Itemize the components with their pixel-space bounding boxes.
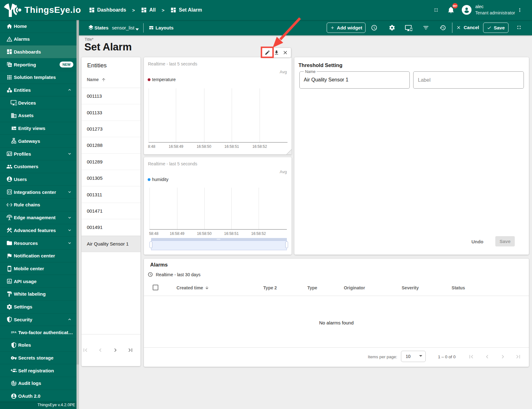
entity-row-001305[interactable]: 001305 <box>82 170 140 186</box>
sidebar-item-dashboards[interactable]: Dashboards <box>0 45 76 58</box>
fullscreen-icon[interactable] <box>434 8 439 13</box>
sidebar-item-label: API usage <box>14 279 37 284</box>
entities-paginator-last-page-icon[interactable] <box>127 347 134 354</box>
solution-templates-icon <box>6 74 13 80</box>
sidebar-item-home[interactable]: Home <box>0 20 76 33</box>
entity-row-air-quality-sensor-1[interactable]: Air Quality Sensor 1 <box>82 236 140 252</box>
entity-row-001133[interactable]: 001133 <box>82 104 140 121</box>
sidebar-item-entities[interactable]: Entities <box>0 84 76 97</box>
name-field[interactable]: Name Air Quality Sensor 1 <box>299 71 410 89</box>
sidebar-item-secrets-storage[interactable]: Secrets storage <box>0 352 76 365</box>
humidity-legend[interactable]: humidity <box>148 177 168 182</box>
alarms-column-status[interactable]: Status <box>452 285 465 290</box>
sidebar-item-security[interactable]: Security <box>0 313 76 326</box>
edge-management-icon <box>6 215 13 221</box>
range-slider-window[interactable] <box>151 241 287 250</box>
sidebar-item-alarms[interactable]: Alarms <box>0 33 76 46</box>
sidebar-item-label: Integrations center <box>14 189 56 195</box>
version-history-icon[interactable] <box>440 24 446 31</box>
add-widget-button[interactable]: Add widget <box>327 23 366 33</box>
sidebar-item-devices[interactable]: Devices <box>0 96 76 109</box>
entity-aliases-icon[interactable] <box>405 24 412 32</box>
sidebar-item-entity-views[interactable]: Entity views <box>0 122 76 135</box>
alarms-column-severity[interactable]: Severity <box>402 285 419 290</box>
entities-name-column-header[interactable]: Name <box>87 77 106 82</box>
reporting-icon <box>6 61 13 68</box>
sidebar-item-reporting[interactable]: ReportingNEW <box>0 58 76 71</box>
temperature-legend-label: temperature <box>152 77 176 82</box>
alarms-column-type-2[interactable]: Type 2 <box>263 285 277 290</box>
dashboard-settings-gear-icon[interactable] <box>389 24 395 31</box>
alarms-timewindow-text: Realtime - last 30 days <box>156 272 200 277</box>
user-info[interactable]: alec Tenant administrator <box>475 4 515 16</box>
sidebar-item-resources[interactable]: Resources <box>0 237 76 250</box>
sidebar-item-roles[interactable]: Roles <box>0 339 76 352</box>
alarms-column-originator[interactable]: Originator <box>344 285 365 290</box>
entity-row-001273[interactable]: 001273 <box>82 121 140 137</box>
sidebar-item-gateways[interactable]: Gateways <box>0 135 76 148</box>
sidebar-item-edge-management[interactable]: Edge management <box>0 211 76 224</box>
security-icon <box>6 316 13 323</box>
entity-row-001491[interactable]: 001491 <box>82 219 140 236</box>
sidebar-item-audit-logs[interactable]: Audit logs <box>0 377 76 390</box>
sidebar-item-api-usage[interactable]: API usage <box>0 275 76 288</box>
more-menu-kebab-icon[interactable] <box>517 7 523 13</box>
entity-row-001289[interactable]: 001289 <box>82 154 140 170</box>
cancel-x-icon <box>456 25 461 30</box>
advanced-features-icon <box>6 227 13 233</box>
sidebar-item-users[interactable]: Users <box>0 173 76 186</box>
sidebar-item-white-labeling[interactable]: White labeling <box>0 288 76 301</box>
layouts-icon <box>149 25 154 30</box>
avatar[interactable] <box>462 5 471 15</box>
remove-widget-close-icon[interactable] <box>282 50 288 55</box>
state-select-value[interactable]: sensor_list <box>112 25 134 30</box>
sidebar-item-assets[interactable]: Assets <box>0 109 76 122</box>
chart-gridline <box>259 188 259 229</box>
alarms-column-type[interactable]: Type <box>307 285 317 290</box>
sidebar-item-solution-templates[interactable]: Solution templates <box>0 71 76 84</box>
sidebar-item-mobile-center[interactable]: Mobile center <box>0 262 76 275</box>
save-button[interactable]: Save <box>483 23 508 33</box>
alarms-column-created-time[interactable]: Created time <box>176 285 209 290</box>
entity-row-001471[interactable]: 001471 <box>82 203 140 219</box>
range-slider-grip-icon[interactable] <box>217 239 221 240</box>
range-slider-right-handle[interactable] <box>285 241 288 248</box>
threshold-save-button[interactable]: Save <box>495 236 515 246</box>
sidebar-item-customers[interactable]: Customers <box>0 160 76 173</box>
sidebar-item-two-factor-authentication[interactable]: 2FATwo-factor authentication <box>0 326 76 339</box>
entities-paginator-chevron-right-icon[interactable] <box>112 347 119 354</box>
cancel-button[interactable]: Cancel <box>456 25 479 30</box>
items-per-page-select[interactable]: 10 <box>401 351 426 362</box>
sidebar-item-notification-center[interactable]: Notification center <box>0 250 76 262</box>
filters-icon[interactable] <box>423 24 429 31</box>
sidebar-scrollbar-thumb[interactable] <box>76 20 79 365</box>
sidebar-item-self-registration[interactable]: Self registration <box>0 364 76 377</box>
resize-handle[interactable] <box>287 150 292 154</box>
undo-button[interactable]: Undo <box>471 239 483 244</box>
range-slider-left-handle[interactable] <box>150 241 152 248</box>
notifications-count-badge: 99+ <box>452 3 458 8</box>
entity-row-001311[interactable]: 001311 <box>82 186 140 203</box>
export-widget-download-icon[interactable] <box>274 50 279 55</box>
entity-row-001113[interactable]: 001113 <box>82 88 140 104</box>
chart-gridline <box>150 188 150 229</box>
edit-widget-pencil-icon[interactable] <box>265 50 270 55</box>
sidebar-scrollbar[interactable] <box>76 20 79 409</box>
select-all-checkbox[interactable] <box>153 285 158 290</box>
sidebar-item-profiles[interactable]: Profiles <box>0 148 76 160</box>
layouts-button[interactable]: Layouts <box>155 25 174 30</box>
items-per-page-value: 10 <box>406 354 411 359</box>
paginator-range-text: 1 – 0 of 0 <box>438 355 456 359</box>
sidebar-item-advanced-features[interactable]: Advanced features <box>0 224 76 237</box>
toolbar-fullscreen-icon[interactable] <box>516 25 522 30</box>
timewindow-clock-icon[interactable] <box>371 24 377 31</box>
alarms-timewindow[interactable]: Realtime - last 30 days <box>148 272 200 277</box>
label-field[interactable]: Label <box>413 71 524 89</box>
sidebar-item-integrations-center[interactable]: Integrations center <box>0 186 76 199</box>
alarms-header-divider <box>144 296 529 296</box>
entity-row-001288[interactable]: 001288 <box>82 137 140 153</box>
sidebar-item-rule-chains[interactable]: Rule chains <box>0 199 76 211</box>
state-caret-down-icon[interactable] <box>135 26 139 29</box>
temperature-legend[interactable]: temperature <box>148 77 176 82</box>
sidebar-item-settings[interactable]: Settings <box>0 301 76 313</box>
